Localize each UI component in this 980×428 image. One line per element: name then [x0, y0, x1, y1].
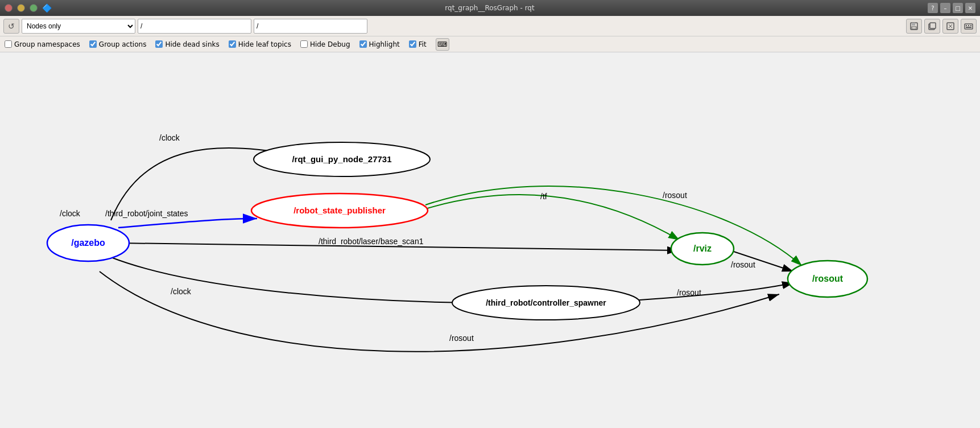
svg-rect-10	[966, 27, 971, 28]
label-joints: /third_robot/joint_states	[105, 209, 188, 218]
node-rsp-label: /robot_state_publisher	[293, 205, 386, 215]
node-rviz-label: /rviz	[693, 244, 712, 253]
group-namespaces-checkbox[interactable]	[5, 40, 12, 48]
hide-debug-checkbox[interactable]	[300, 40, 308, 48]
svg-rect-9	[970, 25, 971, 26]
label-tf: /tf	[540, 192, 547, 201]
close-button[interactable]	[5, 4, 13, 12]
save-button[interactable]	[906, 19, 922, 34]
window-close-icon[interactable]: ✕	[965, 3, 975, 13]
label-rosout-cs: /rosout	[677, 288, 701, 297]
graph-svg: /clock /clock /third_robot/joint_states …	[0, 52, 980, 428]
svg-rect-6	[965, 24, 973, 29]
hide-leaf-topics-label: Hide leaf topics	[238, 40, 291, 48]
group-actions-checkbox[interactable]	[89, 40, 97, 48]
fit-check[interactable]: Fit	[409, 40, 427, 48]
window-title: rqt_graph__RosGraph - rqt	[56, 4, 923, 12]
label-clock-top: /clock	[159, 133, 180, 142]
node-cs-label: /third_robot/controller_spawner	[486, 298, 606, 307]
copy-button[interactable]	[924, 19, 940, 34]
hide-dead-sinks-checkbox[interactable]	[155, 40, 163, 48]
label-rosout-gazebo: /rosout	[449, 334, 474, 343]
svg-rect-11	[0, 69, 980, 411]
svg-rect-2	[912, 27, 916, 29]
toolbar: ↺ Nodes only Nodes/Topics (all) Nodes/To…	[0, 16, 980, 36]
fit-button[interactable]	[942, 19, 958, 34]
label-rosout-rviz: /rosout	[731, 260, 755, 269]
svg-rect-7	[966, 25, 967, 26]
hide-leaf-topics-check[interactable]: Hide leaf topics	[229, 40, 291, 48]
window-minimize-icon[interactable]: –	[940, 3, 950, 13]
checkbar: Group namespaces Group actions Hide dead…	[0, 36, 980, 52]
refresh-button[interactable]: ↺	[3, 19, 19, 34]
node-gazebo-label: /gazebo	[71, 238, 105, 248]
group-namespaces-check[interactable]: Group namespaces	[5, 40, 80, 48]
fit-label: Fit	[419, 40, 427, 48]
label-clock-left: /clock	[60, 209, 81, 218]
svg-rect-4	[930, 23, 936, 28]
hide-debug-check[interactable]: Hide Debug	[300, 40, 350, 48]
highlight-checkbox[interactable]	[359, 40, 367, 48]
filter2-input[interactable]	[254, 19, 367, 34]
hide-dead-sinks-check[interactable]: Hide dead sinks	[155, 40, 219, 48]
maximize-button[interactable]	[30, 4, 38, 12]
hide-debug-label: Hide Debug	[310, 40, 350, 48]
group-namespaces-label: Group namespaces	[14, 40, 80, 48]
window-icon: 🔷	[42, 3, 52, 13]
group-actions-check[interactable]: Group actions	[89, 40, 147, 48]
label-rosout-rsp: /rosout	[663, 191, 687, 200]
window-restore-icon[interactable]: □	[953, 3, 963, 13]
node-rqt-gui-label: /rqt_gui_py_node_27731	[292, 154, 391, 164]
nodes-filter-select[interactable]: Nodes only Nodes/Topics (all) Nodes/Topi…	[22, 19, 135, 34]
title-bar: 🔷 rqt_graph__RosGraph - rqt ? – □ ✕	[0, 0, 980, 16]
svg-rect-1	[912, 23, 915, 26]
highlight-check[interactable]: Highlight	[359, 40, 400, 48]
svg-rect-8	[968, 25, 969, 26]
label-laser: /third_robot/laser/base_scan1	[319, 237, 424, 246]
filter1-input[interactable]	[138, 19, 251, 34]
label-clock-lower: /clock	[171, 287, 192, 296]
fit-checkbox[interactable]	[409, 40, 416, 48]
keyboard-button[interactable]	[961, 19, 977, 34]
help-button[interactable]: ?	[928, 3, 938, 13]
group-actions-label: Group actions	[99, 40, 147, 48]
hide-dead-sinks-label: Hide dead sinks	[165, 40, 219, 48]
graph-area: /clock /clock /third_robot/joint_states …	[0, 52, 980, 428]
node-rosout-label: /rosout	[812, 274, 843, 283]
minimize-button[interactable]	[17, 4, 25, 12]
hide-leaf-topics-checkbox[interactable]	[229, 40, 236, 48]
highlight-label: Highlight	[369, 40, 400, 48]
keyboard-shortcut-button[interactable]: ⌨	[436, 38, 449, 51]
